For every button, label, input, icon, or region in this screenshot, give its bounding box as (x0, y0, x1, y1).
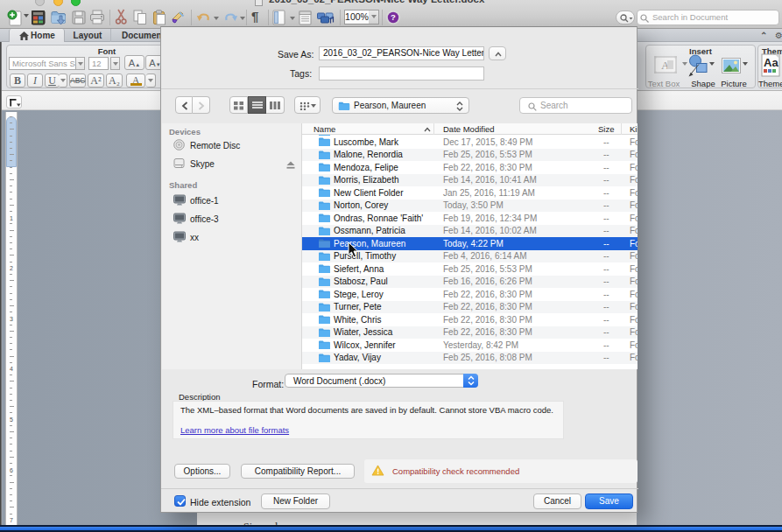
svg-text:?: ? (391, 12, 396, 22)
svg-text:Aa: Aa (764, 56, 778, 69)
